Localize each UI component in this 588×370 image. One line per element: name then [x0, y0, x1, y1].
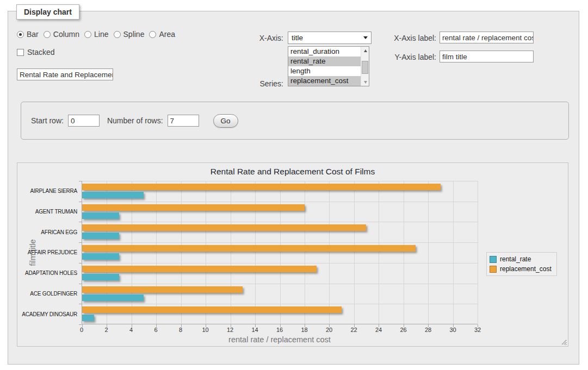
- x-tick-label: 26: [400, 327, 406, 333]
- legend-marker: [490, 256, 497, 263]
- chart-type-bar[interactable]: Bar: [17, 30, 39, 39]
- chart-type-spline[interactable]: Spline: [114, 30, 145, 39]
- x-axis-selected-value: title: [292, 34, 303, 42]
- x-axis-select-label: X-Axis:: [247, 34, 283, 42]
- x-tick-label: 12: [227, 327, 233, 333]
- radio-icon: [114, 31, 121, 38]
- legend-marker: [490, 266, 497, 273]
- radio-icon: [84, 31, 91, 38]
- resize-handle-icon[interactable]: [560, 338, 567, 345]
- chart-title: Rental Rate and Replacement Cost of Film…: [17, 167, 568, 177]
- display-chart-fieldset: Display chart BarColumnLineSplineArea St…: [8, 11, 579, 365]
- legend-item-replacement_cost[interactable]: replacement_cost: [490, 265, 552, 273]
- triangle-down-icon: [364, 81, 367, 84]
- bar-replacement-cost: [82, 266, 317, 272]
- category-label: AGENT TRUMAN: [17, 202, 77, 222]
- bar-replacement-cost: [82, 204, 305, 211]
- bar-replacement-cost: [82, 286, 243, 293]
- x-tick-label: 20: [326, 327, 332, 333]
- bar-replacement-cost: [82, 245, 416, 252]
- y-axis-label-input[interactable]: film title: [440, 51, 534, 62]
- x-tick-label: 14: [251, 327, 258, 333]
- series-options: rental_durationrental_ratelengthreplacem…: [288, 47, 361, 86]
- category-label: ADAPTATION HOLES: [17, 263, 77, 284]
- bar-replacement-cost: [82, 184, 441, 190]
- bar-rental-rate: [82, 212, 119, 219]
- num-rows-input[interactable]: 7: [168, 115, 199, 127]
- start-row-input[interactable]: 0: [68, 115, 100, 127]
- gridline-vertical: [478, 181, 478, 324]
- chart-type-label: Bar: [27, 30, 39, 39]
- bar-row: [82, 263, 478, 284]
- category-label: ACE GOLDFINGER: [17, 284, 77, 304]
- bar-row: [82, 181, 478, 202]
- stacked-checkbox-row[interactable]: Stacked: [17, 48, 55, 57]
- bar-row: [82, 284, 478, 304]
- bar-row: [82, 304, 478, 324]
- y-tick-mark: [79, 324, 82, 325]
- plot-area: [82, 181, 478, 324]
- x-tick-label: 30: [449, 327, 456, 333]
- scrollbar-down-arrow[interactable]: [361, 78, 369, 86]
- chart-type-line[interactable]: Line: [84, 30, 108, 39]
- bar-rental-rate: [82, 233, 119, 239]
- y-tick-mark: [79, 263, 82, 264]
- chart-type-label: Spline: [123, 30, 145, 39]
- series-option-length[interactable]: length: [288, 66, 361, 76]
- x-tick-label: 0: [80, 327, 83, 333]
- legend-label: replacement_cost: [500, 265, 552, 273]
- num-rows-label: Number of rows:: [107, 116, 163, 125]
- chart-type-column[interactable]: Column: [44, 30, 79, 39]
- chart-legend: rental_ratereplacement_cost: [486, 252, 557, 276]
- chart-container: Rental Rate and Replacement Cost of Film…: [17, 162, 568, 347]
- bar-replacement-cost: [82, 306, 342, 313]
- y-tick-mark: [79, 222, 82, 222]
- series-option-replacement_cost[interactable]: replacement_cost: [288, 76, 361, 86]
- category-label: AIRPLANE SIERRA: [17, 181, 77, 202]
- legend-item-rental_rate[interactable]: rental_rate: [490, 255, 552, 263]
- x-axis-text-label: X-Axis label:: [356, 34, 436, 42]
- y-tick-mark: [79, 242, 82, 243]
- y-tick-mark: [79, 284, 82, 284]
- x-tick-labels: 02468101214161820222426283032: [82, 327, 478, 334]
- y-tick-mark: [79, 202, 82, 202]
- x-tick-label: 4: [129, 327, 133, 333]
- series-select-label: Series:: [247, 79, 283, 88]
- x-tick-label: 8: [179, 327, 182, 333]
- fieldset-legend: Display chart: [16, 4, 79, 20]
- category-labels: AIRPLANE SIERRAAGENT TRUMANAFRICAN EGGAF…: [17, 181, 77, 324]
- bar-row: [82, 242, 478, 263]
- legend-label: rental_rate: [500, 255, 531, 263]
- bar-rental-rate: [82, 274, 119, 280]
- chart-type-label: Area: [159, 30, 175, 39]
- x-axis-label-input[interactable]: rental rate / replacement cost: [440, 32, 534, 43]
- start-row-label: Start row:: [31, 116, 64, 125]
- bar-replacement-cost: [82, 224, 366, 231]
- category-label: AFFAIR PREJUDICE: [17, 242, 77, 263]
- category-label: ACADEMY DINOSAUR: [17, 304, 77, 324]
- radio-icon: [17, 31, 24, 38]
- scrollbar-thumb[interactable]: [362, 61, 368, 74]
- series-option-rental_rate[interactable]: rental_rate: [288, 57, 361, 66]
- stacked-checkbox[interactable]: [17, 49, 24, 56]
- bar-rental-rate: [82, 253, 119, 260]
- y-tick-mark: [79, 304, 82, 304]
- stacked-label: Stacked: [27, 48, 55, 57]
- chart-type-area[interactable]: Area: [149, 30, 175, 39]
- bar-row: [82, 222, 478, 242]
- series-option-rental_duration[interactable]: rental_duration: [288, 47, 361, 57]
- x-tick-label: 18: [301, 327, 307, 333]
- triangle-up-icon: [364, 49, 367, 52]
- x-tick-label: 24: [375, 327, 382, 333]
- radio-icon: [44, 31, 51, 38]
- go-button[interactable]: Go: [213, 114, 238, 128]
- y-tick-mark: [79, 181, 82, 181]
- x-axis-title: rental rate / replacement cost: [82, 335, 478, 344]
- x-tick-label: 22: [350, 327, 357, 333]
- bar-rental-rate: [82, 294, 144, 301]
- bar-row: [82, 202, 478, 222]
- x-tick-label: 2: [104, 327, 108, 333]
- x-tick-label: 10: [202, 327, 208, 333]
- rows-panel: Start row: 0 Number of rows: 7 Go: [21, 102, 569, 140]
- chart-title-input[interactable]: Rental Rate and Replacement Cost of Film…: [17, 68, 113, 80]
